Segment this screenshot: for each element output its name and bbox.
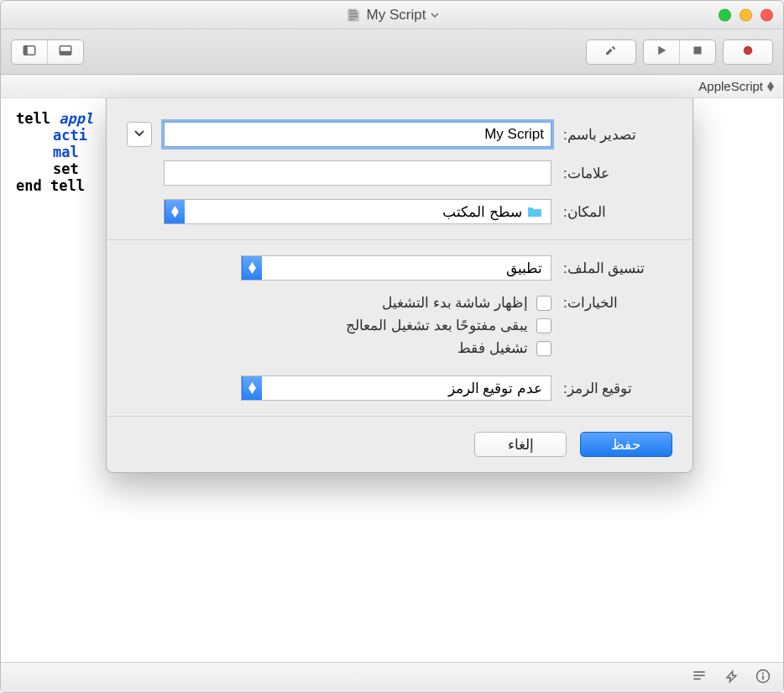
- stop-button[interactable]: [679, 40, 715, 64]
- toolbar: [1, 29, 783, 75]
- svg-rect-11: [762, 675, 764, 680]
- show-startup-screen-checkbox[interactable]: [536, 296, 551, 311]
- select-stepper-icon: [242, 256, 262, 280]
- language-picker[interactable]: AppleScript: [698, 79, 775, 93]
- language-bar: AppleScript: [1, 75, 783, 98]
- save-button[interactable]: حفظ: [580, 432, 672, 457]
- select-stepper-icon: [165, 200, 185, 223]
- chevron-down-icon: [431, 7, 439, 24]
- sidebar-icon: [22, 43, 37, 60]
- svg-rect-4: [694, 47, 702, 55]
- export-as-input[interactable]: [164, 122, 551, 147]
- where-value: سطح المكتب: [442, 203, 522, 221]
- run-only-checkbox[interactable]: [536, 341, 551, 356]
- updown-icon: [766, 81, 775, 92]
- cancel-button[interactable]: إلغاء: [474, 432, 567, 457]
- svg-rect-7: [693, 675, 704, 676]
- description-view-button[interactable]: [691, 668, 708, 688]
- close-button[interactable]: [760, 8, 773, 21]
- svg-point-10: [762, 672, 764, 674]
- info-button[interactable]: [755, 668, 771, 688]
- where-label: المكان:: [563, 203, 672, 221]
- code-command: mal: [53, 144, 79, 160]
- tags-input[interactable]: [164, 160, 551, 186]
- app-window: My Script: [0, 0, 784, 693]
- option-text: إظهار شاشة بدء التشغيل: [382, 294, 528, 312]
- chevron-down-icon: [133, 126, 145, 143]
- save-button-label: حفظ: [611, 436, 641, 454]
- file-format-select[interactable]: تطبيق: [241, 255, 551, 281]
- svg-rect-8: [693, 678, 700, 680]
- window-title: My Script: [367, 7, 426, 24]
- script-document-icon: [345, 7, 362, 24]
- run-button[interactable]: [644, 40, 679, 64]
- window-controls: [719, 8, 773, 21]
- code-identifier: appl: [59, 110, 93, 127]
- option-text: تشغيل فقط: [457, 339, 528, 357]
- titlebar: My Script: [1, 1, 783, 29]
- play-icon: [654, 43, 669, 60]
- compile-button[interactable]: [586, 39, 636, 65]
- code-command: acti: [53, 127, 87, 144]
- sheet-button-row: حفظ إلغاء: [107, 417, 693, 472]
- file-format-value: تطبيق: [506, 260, 542, 277]
- result-view-button[interactable]: [723, 668, 740, 688]
- stay-open-checkbox[interactable]: [536, 318, 551, 333]
- code-sign-value: عدم توقيع الرمز: [448, 380, 542, 397]
- code-sign-label: توقيع الرمز:: [563, 380, 672, 397]
- hammer-icon: [604, 43, 619, 60]
- bottom-panel-icon: [58, 43, 73, 60]
- option-text: يبقى مفتوحًا بعد تشغيل المعالج: [346, 317, 528, 334]
- record-button[interactable]: [723, 39, 773, 65]
- language-label: AppleScript: [698, 79, 763, 93]
- expand-save-panel-button[interactable]: [127, 122, 152, 147]
- run-stop-group: [643, 39, 716, 65]
- minimize-button[interactable]: [740, 8, 752, 21]
- statusbar: [1, 662, 783, 692]
- code-keyword: tell: [16, 110, 50, 127]
- cancel-button-label: إلغاء: [508, 436, 534, 454]
- svg-rect-1: [24, 46, 28, 55]
- export-sheet: تصدير باسم: علامات: المكان:: [106, 98, 693, 473]
- select-stepper-icon: [242, 376, 262, 400]
- record-icon: [740, 43, 755, 60]
- zoom-button[interactable]: [719, 8, 731, 21]
- code-keyword: end tell: [16, 177, 85, 194]
- svg-point-5: [744, 46, 753, 55]
- export-as-label: تصدير باسم:: [563, 126, 672, 144]
- code-sign-select[interactable]: عدم توقيع الرمز: [241, 375, 551, 401]
- options-label: الخيارات:: [563, 294, 672, 312]
- file-format-label: تنسيق الملف:: [563, 260, 672, 277]
- stop-icon: [690, 43, 705, 60]
- toggle-bottom-panel-button[interactable]: [47, 40, 83, 64]
- svg-rect-3: [60, 51, 71, 55]
- folder-icon: [527, 206, 542, 218]
- window-title-wrap[interactable]: My Script: [345, 7, 440, 24]
- svg-rect-6: [693, 671, 704, 673]
- where-select[interactable]: سطح المكتب: [164, 199, 551, 224]
- tags-label: علامات:: [563, 165, 672, 182]
- code-keyword: set: [53, 160, 79, 177]
- toggle-sidebar-button[interactable]: [12, 40, 47, 64]
- view-segmented-control: [11, 39, 84, 65]
